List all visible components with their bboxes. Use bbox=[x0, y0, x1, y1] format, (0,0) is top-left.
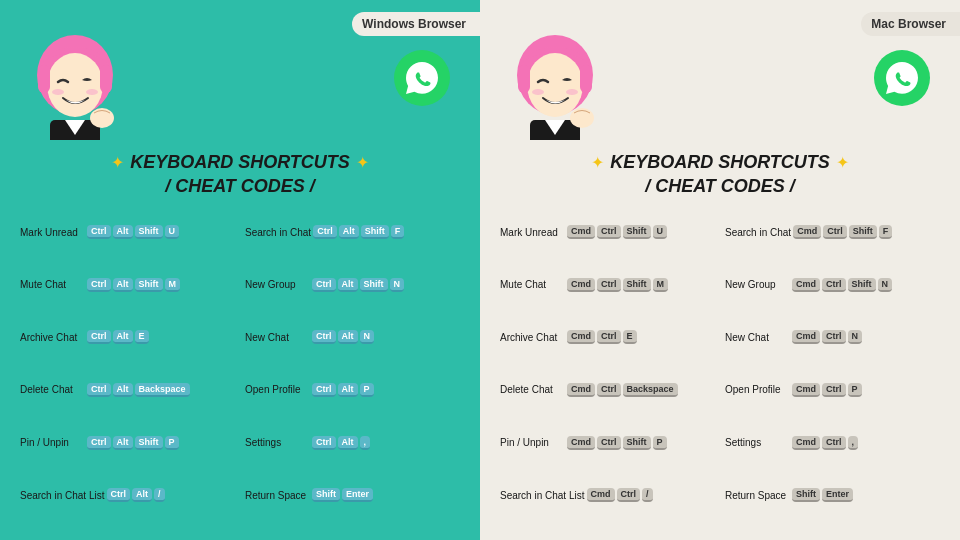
shortcut-row: Pin / UnpinCmdCtrlShiftP bbox=[500, 418, 715, 468]
shortcut-label: Mute Chat bbox=[500, 279, 565, 290]
shortcut-keys: CmdCtrlShiftU bbox=[567, 225, 667, 239]
key-badge: M bbox=[653, 278, 669, 292]
shortcut-label: Open Profile bbox=[245, 384, 310, 395]
shortcut-row: Pin / UnpinCtrlAltShiftP bbox=[20, 418, 235, 468]
shortcut-row: Mark UnreadCtrlAltShiftU bbox=[20, 207, 235, 257]
left-panel: Windows Browser bbox=[0, 0, 480, 540]
key-badge: Ctrl bbox=[87, 383, 111, 397]
key-badge: P bbox=[360, 383, 374, 397]
shortcut-keys: CtrlAltShiftU bbox=[87, 225, 179, 239]
key-badge: P bbox=[165, 436, 179, 450]
right-panel: Mac Browser bbox=[480, 0, 960, 540]
shortcut-label: Search in Chat List bbox=[500, 490, 585, 501]
svg-rect-11 bbox=[518, 65, 530, 93]
shortcut-row: Mark UnreadCmdCtrlShiftU bbox=[500, 207, 715, 257]
key-badge: E bbox=[623, 330, 637, 344]
key-badge: Shift bbox=[361, 225, 389, 239]
key-badge: Alt bbox=[339, 225, 359, 239]
shortcut-label: Pin / Unpin bbox=[500, 437, 565, 448]
right-whatsapp-icon bbox=[874, 50, 930, 106]
svg-point-4 bbox=[52, 89, 64, 95]
key-badge: Ctrl bbox=[822, 436, 846, 450]
key-badge: Shift bbox=[135, 278, 163, 292]
shortcut-keys: CtrlAltN bbox=[312, 330, 374, 344]
key-badge: Cmd bbox=[567, 225, 595, 239]
shortcut-row: Search in Chat ListCmdCtrl/ bbox=[500, 470, 715, 520]
key-badge: Ctrl bbox=[87, 436, 111, 450]
shortcut-keys: CmdCtrlP bbox=[792, 383, 862, 397]
key-badge: Ctrl bbox=[823, 225, 847, 239]
shortcut-label: Mark Unread bbox=[500, 227, 565, 238]
key-badge: Ctrl bbox=[597, 383, 621, 397]
key-badge: Ctrl bbox=[87, 278, 111, 292]
key-badge: Ctrl bbox=[822, 278, 846, 292]
key-badge: N bbox=[878, 278, 893, 292]
shortcut-label: Settings bbox=[725, 437, 790, 448]
shortcut-keys: CmdCtrlShiftM bbox=[567, 278, 668, 292]
key-badge: / bbox=[154, 488, 165, 502]
key-badge: N bbox=[848, 330, 863, 344]
shortcut-keys: ShiftEnter bbox=[312, 488, 373, 502]
key-badge: Alt bbox=[338, 278, 358, 292]
shortcut-row: Archive ChatCmdCtrlE bbox=[500, 312, 715, 362]
shortcut-keys: CtrlAlt, bbox=[312, 436, 370, 450]
key-badge: Shift bbox=[623, 436, 651, 450]
key-badge: , bbox=[360, 436, 371, 450]
key-badge: Alt bbox=[113, 330, 133, 344]
shortcut-label: Settings bbox=[245, 437, 310, 448]
key-badge: Ctrl bbox=[312, 436, 336, 450]
shortcut-keys: CmdCtrlShiftN bbox=[792, 278, 892, 292]
key-badge: N bbox=[390, 278, 405, 292]
key-badge: Shift bbox=[312, 488, 340, 502]
shortcut-row: Mute ChatCmdCtrlShiftM bbox=[500, 260, 715, 310]
svg-point-5 bbox=[86, 89, 98, 95]
shortcut-label: New Chat bbox=[725, 332, 790, 343]
key-badge: Cmd bbox=[567, 330, 595, 344]
shortcut-keys: CmdCtrl, bbox=[792, 436, 858, 450]
key-badge: Ctrl bbox=[312, 383, 336, 397]
spark-left-1: ✦ bbox=[111, 153, 124, 172]
spark-right-1: ✦ bbox=[591, 153, 604, 172]
shortcut-row: New ChatCtrlAltN bbox=[245, 312, 460, 362]
key-badge: Alt bbox=[338, 436, 358, 450]
left-title-line2: / CHEAT CODES / bbox=[20, 176, 460, 198]
shortcut-keys: ShiftEnter bbox=[792, 488, 853, 502]
shortcut-row: Mute ChatCtrlAltShiftM bbox=[20, 260, 235, 310]
right-title: ✦ KEYBOARD SHORTCUTS ✦ / CHEAT CODES / bbox=[500, 148, 940, 197]
key-badge: Ctrl bbox=[597, 436, 621, 450]
key-badge: , bbox=[848, 436, 859, 450]
shortcut-label: New Group bbox=[725, 279, 790, 290]
shortcut-keys: CtrlAltP bbox=[312, 383, 374, 397]
key-badge: P bbox=[653, 436, 667, 450]
key-badge: Ctrl bbox=[597, 225, 621, 239]
left-shortcuts-grid: Mark UnreadCtrlAltShiftUSearch in ChatCt… bbox=[20, 207, 460, 520]
shortcut-keys: CmdCtrlN bbox=[792, 330, 862, 344]
right-avatar bbox=[500, 30, 610, 140]
shortcut-row: Archive ChatCtrlAltE bbox=[20, 312, 235, 362]
svg-point-1 bbox=[47, 53, 103, 117]
key-badge: Ctrl bbox=[822, 330, 846, 344]
svg-rect-3 bbox=[100, 65, 112, 93]
key-badge: Backspace bbox=[623, 383, 678, 397]
shortcut-label: Delete Chat bbox=[20, 384, 85, 395]
shortcut-keys: CtrlAltShiftP bbox=[87, 436, 179, 450]
key-badge: Shift bbox=[792, 488, 820, 502]
key-badge: Shift bbox=[135, 436, 163, 450]
shortcut-row: Open ProfileCtrlAltP bbox=[245, 365, 460, 415]
key-badge: Alt bbox=[338, 330, 358, 344]
key-badge: Ctrl bbox=[313, 225, 337, 239]
key-badge: Alt bbox=[132, 488, 152, 502]
shortcut-keys: CtrlAltShiftF bbox=[313, 225, 404, 239]
key-badge: Cmd bbox=[793, 225, 821, 239]
shortcut-row: Open ProfileCmdCtrlP bbox=[725, 365, 940, 415]
key-badge: Shift bbox=[623, 225, 651, 239]
shortcut-label: New Group bbox=[245, 279, 310, 290]
key-badge: Ctrl bbox=[107, 488, 131, 502]
key-badge: Cmd bbox=[792, 330, 820, 344]
key-badge: Enter bbox=[342, 488, 373, 502]
key-badge: Cmd bbox=[567, 278, 595, 292]
key-badge: Shift bbox=[135, 225, 163, 239]
key-badge: Cmd bbox=[567, 436, 595, 450]
key-badge: Cmd bbox=[792, 383, 820, 397]
key-badge: Ctrl bbox=[312, 330, 336, 344]
